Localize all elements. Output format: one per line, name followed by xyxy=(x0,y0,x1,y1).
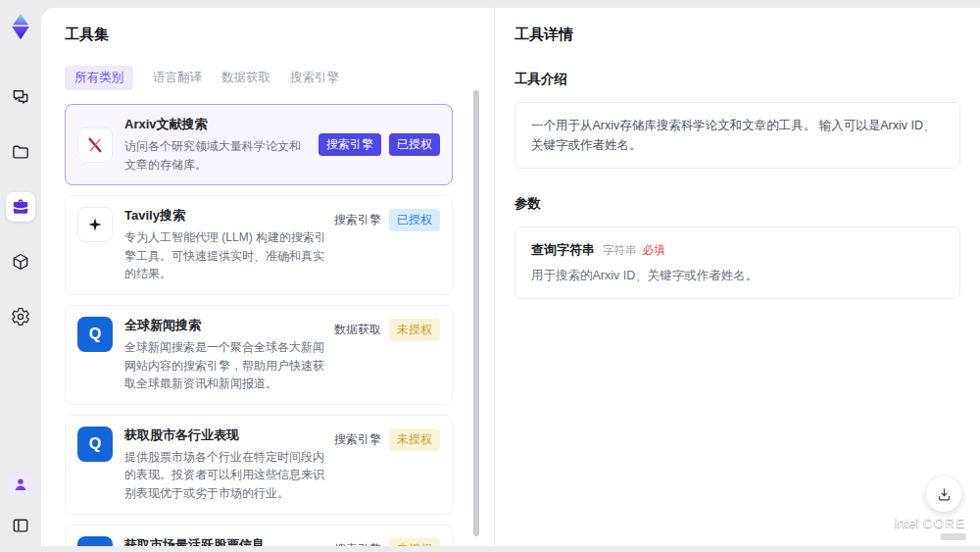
tool-card-body: 全球新闻搜索 全球新闻搜索是一个聚合全球各大新闻网站内容的搜索引擎，帮助用户快速… xyxy=(124,317,326,393)
tool-icon xyxy=(77,127,113,163)
tab-data-fetch[interactable]: 数据获取 xyxy=(221,66,270,90)
tool-detail-panel: 工具详情 工具介绍 一个用于从Arxiv存储库搜索科学论文和文章的工具。 输入可… xyxy=(495,8,980,546)
user-avatar[interactable] xyxy=(8,472,33,497)
tool-status-badge: 已授权 xyxy=(389,133,440,156)
intel-ultra-badge xyxy=(941,533,966,540)
tool-status-badge: 未授权 xyxy=(389,319,440,341)
tab-translation[interactable]: 语言翻译 xyxy=(153,66,202,90)
tool-tags: 搜索引擎 已授权 xyxy=(318,133,440,156)
param-name: 查询字符串 xyxy=(531,241,595,259)
app-sidebar xyxy=(0,0,41,552)
param-description: 用于搜索的Arxiv ID、关键字或作者姓名。 xyxy=(531,268,944,284)
tool-description: 全球新闻搜索是一个聚合全球各大新闻网站内容的搜索引擎，帮助用户快速获取全球最新资… xyxy=(124,338,326,393)
tool-status-badge: 未授权 xyxy=(389,428,440,451)
tools-panel: 工具集 所有类别 语言翻译 数据获取 搜索引擎 Arxiv文献搜索 访问各个研究… xyxy=(41,8,495,546)
tool-card[interactable]: Q 全球新闻搜索 全球新闻搜索是一个聚合全球各大新闻网站内容的搜索引擎，帮助用户… xyxy=(65,305,453,405)
tool-card[interactable]: Tavily搜索 专为人工智能代理 (LLM) 构建的搜索引擎工具。可快速提供实… xyxy=(65,195,453,295)
main-surface: 工具集 所有类别 语言翻译 数据获取 搜索引擎 Arxiv文献搜索 访问各个研究… xyxy=(41,8,980,546)
cube-icon xyxy=(11,252,30,272)
tool-card-body: 获取股市各行业表现 提供股票市场各个行业在特定时间段内的表现。投资者可以利用这些… xyxy=(124,427,326,503)
sidebar-item-files[interactable] xyxy=(6,137,35,167)
tool-category: 搜索引擎 xyxy=(334,212,381,228)
q-app-icon: Q xyxy=(89,326,101,343)
tool-status-badge: 未授权 xyxy=(389,538,440,546)
sidebar-item-models[interactable] xyxy=(6,247,35,276)
sidebar-bottom xyxy=(6,472,35,540)
intro-text: 一个用于从Arxiv存储库搜索科学论文和文章的工具。 输入可以是Arxiv ID… xyxy=(531,119,936,152)
tool-description: 提供股票市场各个行业在特定时间段内的表现。投资者可以利用这些信息来识别表现优于或… xyxy=(124,448,326,503)
tool-name: 获取股市各行业表现 xyxy=(124,427,326,444)
settings-icon xyxy=(11,307,30,326)
tool-card[interactable]: Arxiv文献搜索 访问各个研究领域大量科学论文和文章的存储库。 搜索引擎 已授… xyxy=(65,104,453,185)
q-app-icon: Q xyxy=(89,435,101,453)
tool-card[interactable]: Q 获取股市各行业表现 提供股票市场各个行业在特定时间段内的表现。投资者可以利用… xyxy=(65,415,453,515)
tool-name: Arxiv文献搜索 xyxy=(124,116,311,133)
tool-description: 专为人工智能代理 (LLM) 构建的搜索引擎工具。可快速提供实时、准确和真实的结… xyxy=(124,228,326,283)
folder-icon xyxy=(11,142,30,162)
collapse-sidebar-button[interactable] xyxy=(6,511,35,540)
tool-name: 全球新闻搜索 xyxy=(124,317,326,334)
intro-heading: 工具介绍 xyxy=(514,71,960,88)
core-wordmark: CORE xyxy=(923,517,966,530)
download-icon xyxy=(936,486,953,503)
tool-category: 搜索引擎 xyxy=(318,133,381,156)
avatar-icon xyxy=(12,476,29,493)
arxiv-logo-icon xyxy=(85,135,105,155)
param-box: 查询字符串 字符串 必填 用于搜索的Arxiv ID、关键字或作者姓名。 xyxy=(514,226,960,299)
tool-card-body: 获取市场最活跃股票信息 提供当天交易量最高的股票列表，投资者可以利用这些信息来识… xyxy=(124,536,326,546)
tab-all-categories[interactable]: 所有类别 xyxy=(65,66,133,90)
app-logo[interactable] xyxy=(5,10,36,43)
tool-tags: 搜索引擎 未授权 xyxy=(334,428,440,451)
tool-card-body: Tavily搜索 专为人工智能代理 (LLM) 构建的搜索引擎工具。可快速提供实… xyxy=(124,207,326,283)
download-button[interactable] xyxy=(926,477,961,512)
param-head: 查询字符串 字符串 必填 xyxy=(531,241,944,259)
page-title: 工具集 xyxy=(65,25,494,44)
tool-name: 获取市场最活跃股票信息 xyxy=(124,536,326,546)
chat-icon xyxy=(11,87,30,107)
sidebar-item-settings[interactable] xyxy=(6,302,35,331)
panel-toggle-icon xyxy=(11,516,30,535)
toolbox-icon xyxy=(11,197,30,217)
sidebar-item-tools[interactable] xyxy=(6,192,35,222)
tool-description: 访问各个研究领域大量科学论文和文章的存储库。 xyxy=(124,137,311,174)
intro-box: 一个用于从Arxiv存储库搜索科学论文和文章的工具。 输入可以是Arxiv ID… xyxy=(514,102,960,169)
tool-tags: 数据获取 未授权 xyxy=(334,319,440,341)
gem-logo-icon xyxy=(6,11,35,42)
tool-category: 搜索引擎 xyxy=(334,431,381,448)
tool-icon: Q xyxy=(77,317,113,352)
tab-search-engine[interactable]: 搜索引擎 xyxy=(290,66,339,90)
tool-icon xyxy=(77,207,113,242)
intel-core-logo: intelCORE xyxy=(895,517,966,541)
params-heading: 参数 xyxy=(514,195,960,213)
param-required-flag: 必填 xyxy=(643,243,665,258)
tool-category: 数据获取 xyxy=(334,322,381,338)
tool-list: Arxiv文献搜索 访问各个研究领域大量科学论文和文章的存储库。 搜索引擎 已授… xyxy=(65,104,494,546)
tool-card[interactable]: Q 获取市场最活跃股票信息 提供当天交易量最高的股票列表，投资者可以利用这些信息… xyxy=(65,525,453,546)
sidebar-item-chat[interactable] xyxy=(6,82,35,112)
category-tabs: 所有类别 语言翻译 数据获取 搜索引擎 xyxy=(65,66,494,90)
tool-icon: Q xyxy=(77,536,113,546)
intel-wordmark: intel xyxy=(895,516,919,530)
list-scrollbar[interactable] xyxy=(473,90,479,536)
sidebar-nav xyxy=(6,82,35,331)
tool-category: 搜索引擎 xyxy=(334,541,381,546)
tool-status-badge: 已授权 xyxy=(389,209,440,231)
param-type: 字符串 xyxy=(603,243,637,258)
tool-tags: 搜索引擎 未授权 xyxy=(334,538,440,546)
q-app-icon: Q xyxy=(89,545,101,546)
detail-title: 工具详情 xyxy=(514,25,960,44)
tool-name: Tavily搜索 xyxy=(124,207,326,225)
tool-icon: Q xyxy=(77,427,113,462)
tool-tags: 搜索引擎 已授权 xyxy=(334,209,440,231)
sparkle-icon xyxy=(86,216,104,233)
tool-card-body: Arxiv文献搜索 访问各个研究领域大量科学论文和文章的存储库。 xyxy=(124,116,311,174)
